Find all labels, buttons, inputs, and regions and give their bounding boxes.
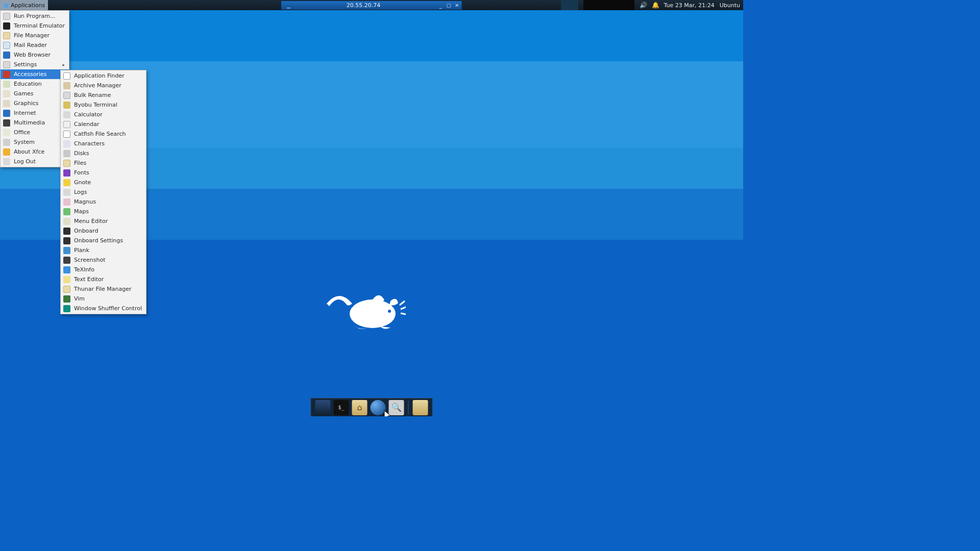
xfce-mouse-logo xyxy=(324,286,406,332)
submenu-item-text-editor[interactable]: Text Editor xyxy=(61,274,146,284)
logs-icon xyxy=(63,189,70,196)
menu-item-multimedia[interactable]: Multimedia▸ xyxy=(1,118,69,128)
menu-item-mail-reader[interactable]: Mail Reader xyxy=(1,40,69,50)
user-menu[interactable]: Ubuntu xyxy=(720,2,741,9)
submenu-item-screenshot[interactable]: Screenshot xyxy=(61,255,146,265)
submenu-item-label: Archive Manager xyxy=(74,82,142,89)
menu-item-label: Education xyxy=(14,81,56,87)
menu-item-office[interactable]: Office▸ xyxy=(1,128,69,137)
submenu-item-calendar[interactable]: Calendar xyxy=(61,119,146,129)
submenu-item-bulk-rename[interactable]: Bulk Rename xyxy=(61,90,146,100)
submenu-item-label: Screenshot xyxy=(74,257,142,263)
submenu-item-magnus[interactable]: Magnus xyxy=(61,197,146,207)
magnus-icon xyxy=(63,198,70,206)
menu-item-file-manager[interactable]: File Manager xyxy=(1,31,69,40)
submenu-item-label: Files xyxy=(74,160,142,166)
submenu-item-logs[interactable]: Logs xyxy=(61,187,146,197)
submenu-item-characters[interactable]: Characters xyxy=(61,139,146,148)
submenu-item-calculator[interactable]: Calculator xyxy=(61,110,146,119)
xfce-logo-icon xyxy=(3,3,9,8)
submenu-item-catfish-file-search[interactable]: Catfish File Search xyxy=(61,129,146,139)
internet-icon xyxy=(3,110,10,117)
menu-item-about-xfce[interactable]: About Xfce xyxy=(1,147,69,157)
dock-terminal[interactable]: $_ xyxy=(334,400,349,415)
applications-menu-button[interactable]: Applications xyxy=(0,0,48,10)
applications-menu: Run Program...Terminal EmulatorFile Mana… xyxy=(0,10,69,167)
menu-item-label: File Manager xyxy=(14,32,65,39)
notifications-icon[interactable]: 🔔 xyxy=(652,2,659,9)
submenu-item-texinfo[interactable]: TeXInfo xyxy=(61,265,146,274)
submenu-item-label: Magnus xyxy=(74,198,142,205)
settings-icon xyxy=(3,61,10,68)
archive-manager-icon xyxy=(63,82,70,89)
vim-icon xyxy=(63,295,70,303)
onboard-icon xyxy=(63,228,70,235)
submenu-item-label: Calculator xyxy=(74,111,142,118)
window-prev-icon[interactable]: ⎯ xyxy=(285,2,292,9)
window-maximize-button[interactable]: ▢ xyxy=(446,3,452,9)
menu-item-education[interactable]: Education▸ xyxy=(1,79,69,89)
dock-file-manager[interactable]: ⌂ xyxy=(352,400,368,415)
clock[interactable]: Tue 23 Mar, 21:24 xyxy=(664,2,715,9)
submenu-item-label: Fonts xyxy=(74,169,142,176)
submenu-item-label: Application Finder xyxy=(74,72,142,79)
submenu-item-label: Characters xyxy=(74,140,142,147)
submenu-item-files[interactable]: Files xyxy=(61,158,146,168)
submenu-item-disks[interactable]: Disks xyxy=(61,148,146,158)
maps-icon xyxy=(63,208,70,215)
menu-item-settings[interactable]: Settings▸ xyxy=(1,60,69,69)
menu-item-label: Multimedia xyxy=(14,119,56,126)
window-title: 20.55.20.74 xyxy=(296,2,431,9)
menu-item-web-browser[interactable]: Web Browser xyxy=(1,50,69,60)
submenu-item-menu-editor[interactable]: Menu Editor xyxy=(61,216,146,226)
bottom-dock: $_⌂🔍 xyxy=(311,398,433,416)
catfish-file-search-icon xyxy=(63,131,70,138)
submenu-item-window-shuffler-control[interactable]: Window Shuffler Control xyxy=(61,304,146,313)
volume-icon[interactable]: 🔊 xyxy=(640,2,647,9)
submenu-item-plank[interactable]: Plank xyxy=(61,245,146,255)
text-editor-icon xyxy=(63,276,70,283)
menu-item-label: Terminal Emulator xyxy=(14,22,65,29)
submenu-item-label: Onboard Settings xyxy=(74,237,142,244)
dock-app-finder[interactable]: 🔍 xyxy=(389,400,404,415)
submenu-item-application-finder[interactable]: Application Finder xyxy=(61,71,146,81)
window-titlebar[interactable]: ⎯ 20.55.20.74 _ ▢ ✕ xyxy=(281,1,462,10)
submenu-arrow-icon: ▸ xyxy=(62,62,65,67)
calculator-icon xyxy=(63,111,70,118)
submenu-item-fonts[interactable]: Fonts xyxy=(61,168,146,178)
graphics-icon xyxy=(3,100,10,107)
window-close-button[interactable]: ✕ xyxy=(454,3,460,9)
menu-item-accessories[interactable]: Accessories▸ xyxy=(1,69,69,79)
submenu-item-thunar-file-manager[interactable]: Thunar File Manager xyxy=(61,284,146,294)
onboard-settings-icon xyxy=(63,237,70,244)
bulk-rename-icon xyxy=(63,92,70,99)
svg-point-0 xyxy=(350,299,396,328)
submenu-item-vim[interactable]: Vim xyxy=(61,294,146,304)
submenu-item-label: Vim xyxy=(74,295,142,302)
education-icon xyxy=(3,81,10,88)
menu-item-system[interactable]: System▸ xyxy=(1,137,69,147)
dock-show-desktop[interactable] xyxy=(315,400,331,415)
submenu-item-maps[interactable]: Maps xyxy=(61,207,146,216)
panel-spacer xyxy=(561,0,578,10)
fonts-icon xyxy=(63,169,70,177)
dock-user-folder[interactable] xyxy=(413,400,428,415)
window-minimize-button[interactable]: _ xyxy=(437,3,444,9)
menu-item-games[interactable]: Games▸ xyxy=(1,89,69,98)
dock-web-browser[interactable] xyxy=(371,400,386,415)
file-manager-icon xyxy=(3,32,10,39)
menu-item-run-program[interactable]: Run Program... xyxy=(1,11,69,21)
menu-item-internet[interactable]: Internet▸ xyxy=(1,108,69,118)
top-panel: Applications ⎯ 20.55.20.74 _ ▢ ✕ 🔊 🔔 Tue… xyxy=(0,0,743,10)
menu-item-graphics[interactable]: Graphics▸ xyxy=(1,98,69,108)
application-finder-icon xyxy=(63,72,70,80)
submenu-item-gnote[interactable]: Gnote xyxy=(61,178,146,187)
submenu-item-archive-manager[interactable]: Archive Manager xyxy=(61,81,146,90)
submenu-item-onboard-settings[interactable]: Onboard Settings xyxy=(61,236,146,245)
about-xfce-icon xyxy=(3,148,10,156)
calendar-icon xyxy=(63,121,70,128)
menu-item-log-out[interactable]: Log Out xyxy=(1,157,69,166)
submenu-item-onboard[interactable]: Onboard xyxy=(61,226,146,236)
menu-item-terminal-emulator[interactable]: Terminal Emulator xyxy=(1,21,69,31)
submenu-item-byobu-terminal[interactable]: Byobu Terminal xyxy=(61,100,146,110)
